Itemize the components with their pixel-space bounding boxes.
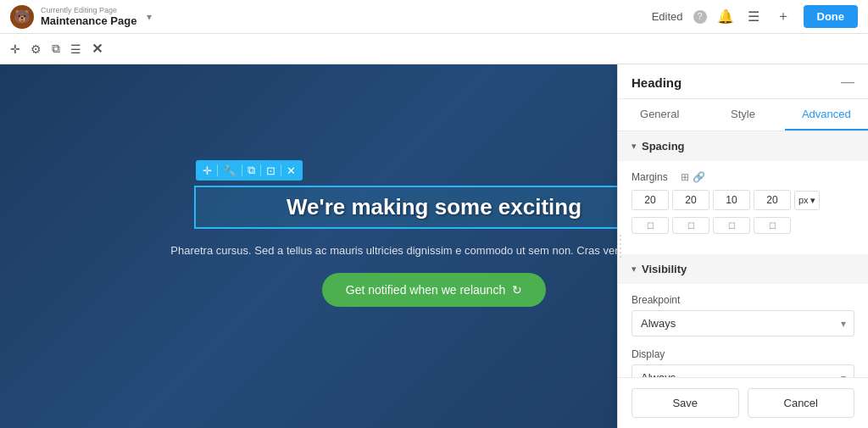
visibility-label: Visibility bbox=[642, 263, 687, 275]
top-bar-right: Edited ? 🔔 ☰ ＋ Done bbox=[652, 4, 858, 29]
margin-right-lock[interactable]: ☐ bbox=[672, 217, 709, 234]
margin-top-input[interactable] bbox=[632, 190, 669, 210]
settings-panel: Heading — General Style Advanced ▾ Spaci… bbox=[617, 64, 868, 428]
panel-title: Heading bbox=[632, 75, 682, 98]
close-element-icon[interactable]: ✕ bbox=[287, 164, 296, 177]
display-field: Display Always bbox=[632, 348, 854, 377]
top-bar-left: 🐻 Currently Editing Page Maintenance Pag… bbox=[10, 5, 152, 29]
margin-left-lock[interactable]: ☐ bbox=[754, 217, 791, 234]
list-icon[interactable]: ☰ bbox=[744, 5, 763, 28]
refresh-icon: ↻ bbox=[512, 283, 522, 297]
page-info: Currently Editing Page Maintenance Page bbox=[41, 6, 136, 27]
tab-general[interactable]: General bbox=[618, 99, 701, 131]
heading-text: We're making some exciting bbox=[206, 194, 663, 220]
help-icon[interactable]: ? bbox=[693, 10, 707, 24]
done-button[interactable]: Done bbox=[804, 5, 859, 28]
tab-advanced[interactable]: Advanced bbox=[785, 99, 868, 131]
element-toolbar: ✛ 🔧 ⧉ ⊡ ✕ bbox=[196, 160, 303, 181]
close-tool-icon[interactable]: ✕ bbox=[92, 41, 103, 57]
lock-icon-3: ☐ bbox=[728, 221, 736, 231]
chevron-down-icon[interactable]: ▾ bbox=[147, 11, 152, 23]
margins-row: Margins ⊞ 🔗 bbox=[632, 171, 854, 183]
margin-top-lock[interactable]: ☐ bbox=[632, 217, 669, 234]
panel-header: Heading — bbox=[618, 64, 868, 99]
margin-unit-label: px bbox=[798, 195, 809, 205]
margin-unit-selector[interactable]: px ▾ bbox=[794, 191, 820, 210]
visibility-collapse-icon: ▾ bbox=[632, 264, 637, 275]
panel-drag-handle[interactable] bbox=[618, 64, 623, 428]
breakpoint-select[interactable]: Always bbox=[632, 310, 854, 336]
avatar: 🐻 bbox=[10, 5, 34, 29]
edited-label: Edited bbox=[652, 10, 683, 23]
margin-link-icon[interactable]: 🔗 bbox=[693, 171, 705, 183]
margins-icons: ⊞ 🔗 bbox=[681, 171, 705, 183]
display-label: Display bbox=[632, 348, 854, 360]
chevron-icon: ▾ bbox=[810, 195, 815, 206]
page-name: Maintenance Page bbox=[41, 14, 136, 27]
spacing-label: Spacing bbox=[642, 140, 685, 153]
spacing-section-header[interactable]: ▾ Spacing bbox=[618, 131, 868, 161]
cta-label: Get notified when we relaunch bbox=[346, 283, 505, 297]
margin-left-input[interactable] bbox=[754, 190, 791, 210]
copy-tool-icon[interactable]: ⧉ bbox=[52, 42, 60, 56]
collapse-icon: ▾ bbox=[632, 141, 637, 152]
top-bar: 🐻 Currently Editing Page Maintenance Pag… bbox=[0, 0, 868, 34]
canvas: ✛ 🔧 ⧉ ⊡ ✕ We're making some exciting Pha… bbox=[0, 64, 868, 428]
margins-label: Margins bbox=[632, 171, 676, 183]
visibility-section-header[interactable]: ▾ Visibility bbox=[618, 254, 868, 284]
panel-body: ▾ Spacing Margins ⊞ 🔗 px bbox=[618, 131, 868, 377]
separator4 bbox=[281, 164, 281, 176]
display-select[interactable]: Always bbox=[632, 364, 854, 377]
panel-tabs: General Style Advanced bbox=[618, 99, 868, 131]
toolbar: ✛ ⚙ ⧉ ☰ ✕ bbox=[0, 34, 868, 64]
drag-dots bbox=[620, 235, 621, 258]
margin-bottom-input[interactable] bbox=[713, 190, 750, 210]
tab-style[interactable]: Style bbox=[701, 99, 784, 131]
breakpoint-label: Breakpoint bbox=[632, 294, 854, 306]
bell-icon[interactable]: 🔔 bbox=[717, 8, 734, 25]
display-select-wrapper: Always bbox=[632, 364, 854, 377]
separator2 bbox=[242, 164, 242, 176]
separator bbox=[217, 164, 218, 176]
settings-tool-icon[interactable]: ⚙ bbox=[31, 42, 42, 56]
cta-button[interactable]: Get notified when we relaunch ↻ bbox=[322, 273, 546, 307]
spacing-section-content: Margins ⊞ 🔗 px ▾ bbox=[618, 161, 868, 254]
breakpoint-field: Breakpoint Always bbox=[632, 294, 854, 336]
margins-inputs: px ▾ bbox=[632, 190, 854, 210]
duplicate-icon[interactable]: ⧉ bbox=[248, 164, 255, 177]
layout-icon[interactable]: ⊡ bbox=[266, 164, 275, 177]
margin-right-input[interactable] bbox=[672, 190, 709, 210]
add-icon[interactable]: ＋ bbox=[773, 4, 793, 29]
lock-icon: ☐ bbox=[647, 221, 654, 231]
cancel-button[interactable]: Cancel bbox=[748, 388, 855, 418]
lock-icon-4: ☐ bbox=[769, 221, 776, 231]
margin-locks: ☐ ☐ ☐ ☐ bbox=[632, 217, 854, 234]
wrench-icon[interactable]: 🔧 bbox=[223, 164, 236, 177]
layout-tool-icon[interactable]: ☰ bbox=[70, 42, 81, 56]
editing-label: Currently Editing Page bbox=[41, 6, 136, 14]
margin-display-icon[interactable]: ⊞ bbox=[681, 171, 689, 183]
visibility-section-content: Breakpoint Always Display Always bbox=[618, 284, 868, 377]
move-icon[interactable]: ✛ bbox=[203, 164, 212, 177]
move-tool-icon[interactable]: ✛ bbox=[10, 42, 20, 56]
breakpoint-select-wrapper: Always bbox=[632, 310, 854, 336]
margin-bottom-lock[interactable]: ☐ bbox=[713, 217, 750, 234]
save-button[interactable]: Save bbox=[632, 388, 739, 418]
lock-icon-2: ☐ bbox=[687, 221, 695, 231]
separator3 bbox=[260, 164, 261, 176]
minimize-icon[interactable]: — bbox=[841, 75, 854, 98]
panel-footer: Save Cancel bbox=[618, 377, 868, 428]
heading-element[interactable]: ✛ 🔧 ⧉ ⊡ ✕ We're making some exciting bbox=[194, 186, 675, 229]
